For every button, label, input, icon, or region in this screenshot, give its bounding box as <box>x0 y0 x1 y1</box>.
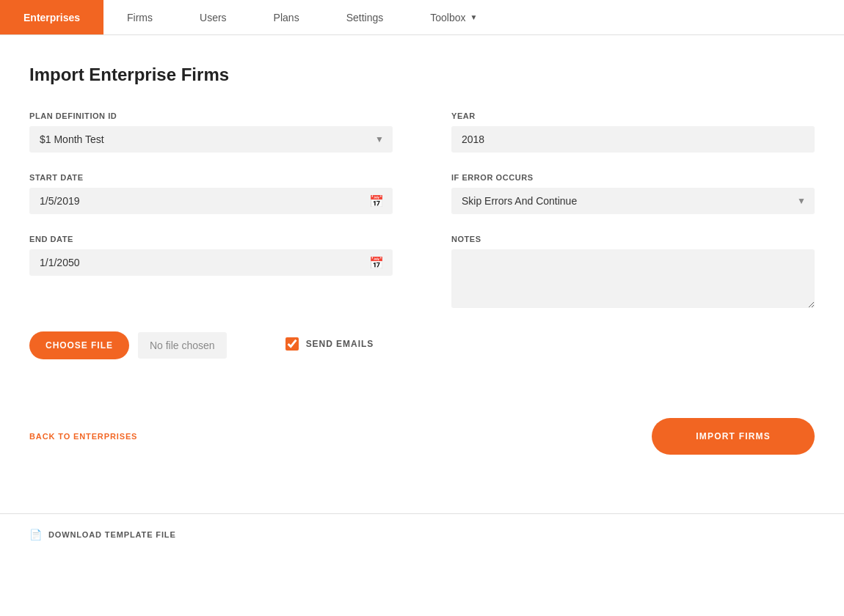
file-section: CHOOSE FILE No file chosen <box>29 331 227 359</box>
back-to-enterprises-link[interactable]: BACK TO ENTERPRISES <box>29 432 137 441</box>
navigation: Enterprises Firms Users Plans Settings T… <box>0 0 844 35</box>
nav-item-firms[interactable]: Firms <box>103 0 176 34</box>
end-date-input[interactable] <box>29 249 393 276</box>
send-emails-checkbox[interactable] <box>285 337 299 351</box>
file-chosen-label: No file chosen <box>138 332 227 359</box>
nav-item-users[interactable]: Users <box>176 0 250 34</box>
plan-definition-id-label: PLAN DEFINITION ID <box>29 111 393 120</box>
year-group: YEAR <box>451 111 815 153</box>
if-error-label: IF ERROR OCCURS <box>451 173 815 182</box>
page-title: Import Enterprise Firms <box>29 65 815 85</box>
nav-item-plans[interactable]: Plans <box>250 0 323 34</box>
year-label: YEAR <box>451 111 815 120</box>
notes-group: NOTES <box>451 235 815 308</box>
end-date-group: END DATE 📅 <box>29 235 393 308</box>
year-input[interactable] <box>451 126 815 153</box>
plan-definition-id-select-wrapper: $1 Month Test Monthly Plan Annual Plan ▼ <box>29 126 393 153</box>
main-content: Import Enterprise Firms PLAN DEFINITION … <box>0 35 844 484</box>
download-template-link[interactable]: 📄 DOWNLOAD TEMPLATE FILE <box>29 529 815 540</box>
nav-item-enterprises[interactable]: Enterprises <box>0 0 103 34</box>
notes-label: NOTES <box>451 235 815 243</box>
bottom-section: 📄 DOWNLOAD TEMPLATE FILE <box>0 513 844 555</box>
if-error-group: IF ERROR OCCURS Skip Errors And Continue… <box>451 173 815 214</box>
import-firms-button[interactable]: IMPORT FIRMS <box>652 418 815 455</box>
footer-bar: BACK TO ENTERPRISES IMPORT FIRMS <box>29 403 815 455</box>
send-emails-section: SEND EMAILS <box>285 326 374 351</box>
file-upload-section: CHOOSE FILE No file chosen <box>29 326 227 359</box>
plan-definition-id-group: PLAN DEFINITION ID $1 Month Test Monthly… <box>29 111 393 153</box>
end-date-input-wrapper: 📅 <box>29 249 393 276</box>
start-date-input[interactable] <box>29 188 393 214</box>
if-error-select[interactable]: Skip Errors And Continue Stop On Error <box>451 188 815 214</box>
form: PLAN DEFINITION ID $1 Month Test Monthly… <box>29 111 815 308</box>
download-template-label: DOWNLOAD TEMPLATE FILE <box>48 530 176 539</box>
choose-file-button[interactable]: CHOOSE FILE <box>29 331 129 359</box>
nav-item-settings[interactable]: Settings <box>323 0 407 34</box>
download-file-icon: 📄 <box>29 529 43 540</box>
end-date-label: END DATE <box>29 235 393 243</box>
plan-definition-id-select[interactable]: $1 Month Test Monthly Plan Annual Plan <box>29 126 393 153</box>
start-date-label: START DATE <box>29 173 393 182</box>
toolbox-dropdown-arrow: ▼ <box>470 13 478 21</box>
start-date-input-wrapper: 📅 <box>29 188 393 214</box>
if-error-select-wrapper: Skip Errors And Continue Stop On Error ▼ <box>451 188 815 214</box>
nav-item-toolbox[interactable]: Toolbox ▼ <box>407 0 501 34</box>
notes-textarea[interactable] <box>451 249 815 308</box>
start-date-group: START DATE 📅 <box>29 173 393 214</box>
send-emails-label[interactable]: SEND EMAILS <box>306 339 374 349</box>
